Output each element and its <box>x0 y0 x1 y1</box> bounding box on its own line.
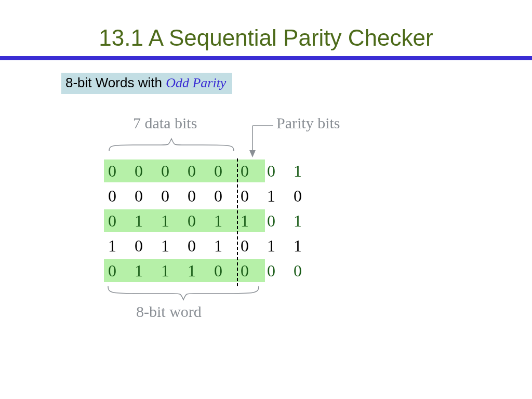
table-row: 0 1 1 1 0 0 0 0 <box>104 259 265 282</box>
bit-rows: 0 0 0 0 0 0 0 1 0 0 0 0 0 0 1 0 0 1 1 0 … <box>104 159 265 284</box>
bit-word: 0 0 0 0 0 0 0 1 <box>108 162 309 181</box>
table-row: 0 0 0 0 0 0 1 0 <box>104 184 265 207</box>
bit-word: 0 1 1 0 1 1 0 1 <box>108 211 309 231</box>
subtitle-emph: Odd Parity <box>166 75 226 90</box>
table-row: 1 0 1 0 1 0 1 1 <box>104 234 265 257</box>
bit-word: 1 0 1 0 1 0 1 1 <box>108 236 309 256</box>
label-parity-bits: Parity bits <box>276 114 340 132</box>
page-title: 13.1 A Sequential Parity Checker <box>0 25 532 51</box>
table-row: 0 0 0 0 0 0 0 1 <box>104 159 265 182</box>
label-8-bit-word: 8-bit word <box>136 303 202 321</box>
column-separator <box>237 158 238 286</box>
subtitle-prefix: 8-bit Words with <box>65 75 166 90</box>
label-data-bits: 7 data bits <box>133 114 197 132</box>
brace-bottom-icon <box>108 285 259 301</box>
title-divider <box>0 56 532 60</box>
subtitle-box: 8-bit Words with Odd Parity <box>61 73 232 94</box>
bit-word: 0 0 0 0 0 0 1 0 <box>108 187 309 206</box>
table-row: 0 1 1 0 1 1 0 1 <box>104 209 265 232</box>
bit-word: 0 1 1 1 0 0 0 0 <box>108 261 309 281</box>
brace-top-icon <box>109 138 234 152</box>
parity-arrow-icon <box>248 123 280 159</box>
